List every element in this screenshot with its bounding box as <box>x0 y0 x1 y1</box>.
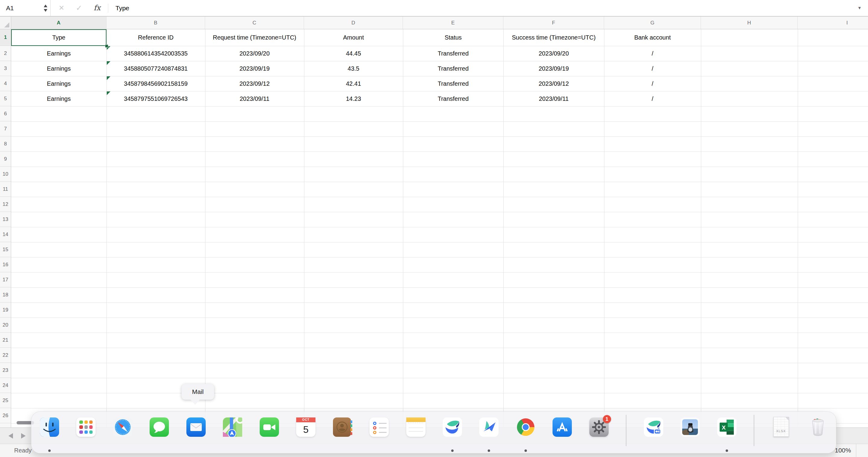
formula-input[interactable]: Type <box>116 0 129 16</box>
formula-bar-expand-icon[interactable]: ▼ <box>858 0 862 16</box>
cell-B3[interactable]: 3458805077240874831 <box>107 61 205 76</box>
cell-D2[interactable]: 44.45 <box>304 46 403 61</box>
cell-A3[interactable]: Earnings <box>11 61 106 76</box>
dock-item-facetime[interactable] <box>260 418 279 437</box>
dock-item-maps[interactable] <box>223 418 242 437</box>
row-header-15[interactable]: 15 <box>0 242 11 257</box>
cell-F1[interactable]: Success time (Timezone=UTC) <box>504 29 604 46</box>
cell-D3[interactable]: 43.5 <box>304 61 403 76</box>
cell-E3[interactable]: Transferred <box>403 61 503 76</box>
cell-D5[interactable]: 14.23 <box>304 91 403 106</box>
dock-item-contacts[interactable] <box>333 418 352 437</box>
cell-C1[interactable]: Request time (Timezone=UTC) <box>206 29 304 46</box>
row-header-2[interactable]: 2 <box>0 46 11 61</box>
cell-C3[interactable]: 2023/09/19 <box>206 61 304 76</box>
sheet-prev-icon[interactable] <box>8 433 13 438</box>
row-header-8[interactable]: 8 <box>0 137 11 151</box>
cell-F2[interactable]: 2023/09/20 <box>504 46 604 61</box>
cell-E4[interactable]: Transferred <box>403 76 503 91</box>
cell-A2[interactable]: Earnings <box>11 46 106 61</box>
cell-F5[interactable]: 2023/09/11 <box>504 91 604 106</box>
dock-item-finder[interactable] <box>40 418 59 437</box>
cell-G4[interactable]: / <box>604 76 701 91</box>
cell-B4[interactable]: 3458798456902158159 <box>107 76 205 91</box>
row-header-11[interactable]: 11 <box>0 182 11 197</box>
stepper-up-icon[interactable] <box>44 4 48 7</box>
dock-item-mail[interactable] <box>186 418 206 437</box>
cell-D1[interactable]: Amount <box>304 29 403 46</box>
cell-B1[interactable]: Reference ID <box>107 29 205 46</box>
dock-item-chrome[interactable] <box>516 418 535 437</box>
dock-item-preview[interactable] <box>680 418 700 437</box>
row-header-10[interactable]: 10 <box>0 167 11 182</box>
column-header-G[interactable]: G <box>604 17 701 29</box>
zoom-level-text[interactable]: 100% <box>835 444 851 457</box>
fill-handle[interactable] <box>105 45 108 48</box>
row-header-19[interactable]: 19 <box>0 303 11 318</box>
column-header-F[interactable]: F <box>503 17 604 29</box>
column-header-B[interactable]: B <box>106 17 205 29</box>
cell-B5[interactable]: 3458797551069726543 <box>107 91 205 106</box>
column-header-I[interactable]: I <box>798 17 868 29</box>
cell-F4[interactable]: 2023/09/12 <box>504 76 604 91</box>
row-header-21[interactable]: 21 <box>0 333 11 348</box>
sheet-next-icon[interactable] <box>21 433 26 438</box>
row-header-26[interactable]: 26 <box>0 408 11 423</box>
dock-item-safari[interactable] <box>113 418 132 437</box>
column-header-C[interactable]: C <box>205 17 304 29</box>
cell-A4[interactable]: Earnings <box>11 76 106 91</box>
cell-C5[interactable]: 2023/09/11 <box>206 91 304 106</box>
column-header-E[interactable]: E <box>403 17 503 29</box>
name-box-stepper[interactable] <box>43 4 48 12</box>
accept-icon[interactable]: ✓ <box>73 0 85 16</box>
dock-item-lark[interactable] <box>443 418 462 437</box>
cell-B2[interactable]: 3458806143542003535 <box>107 46 205 61</box>
row-header-16[interactable]: 16 <box>0 257 11 272</box>
cell-D4[interactable]: 42.41 <box>304 76 403 91</box>
dock-item-system-settings[interactable]: 1 <box>589 418 609 437</box>
row-header-1[interactable]: 1 <box>0 29 11 46</box>
dock-item-messages[interactable] <box>150 418 169 437</box>
row-header-9[interactable]: 9 <box>0 151 11 167</box>
cell-C2[interactable]: 2023/09/20 <box>206 46 304 61</box>
row-header-24[interactable]: 24 <box>0 378 11 393</box>
cell-E2[interactable]: Transferred <box>403 46 503 61</box>
cancel-icon[interactable]: ✕ <box>56 0 67 16</box>
name-box[interactable]: A1 <box>0 0 51 16</box>
dock-item-calendar[interactable]: OCT5 <box>296 418 315 437</box>
row-header-14[interactable]: 14 <box>0 227 11 242</box>
row-header-6[interactable]: 6 <box>0 106 11 121</box>
row-header-18[interactable]: 18 <box>0 287 11 303</box>
column-header-D[interactable]: D <box>304 17 403 29</box>
dock-item-xlsx-file[interactable]: XLSX <box>772 418 791 437</box>
cell-F3[interactable]: 2023/09/19 <box>504 61 604 76</box>
dock-item-lark-meetings[interactable] <box>644 418 663 437</box>
cell-G2[interactable]: / <box>604 46 701 61</box>
column-header-H[interactable]: H <box>701 17 798 29</box>
dock-item-launchpad[interactable] <box>76 418 96 437</box>
cell-E1[interactable]: Status <box>403 29 503 46</box>
cell-C4[interactable]: 2023/09/12 <box>206 76 304 91</box>
cell-G3[interactable]: / <box>604 61 701 76</box>
cell-G5[interactable]: / <box>604 91 701 106</box>
dock-item-paper-plane-app[interactable] <box>479 418 499 437</box>
insert-function-icon[interactable]: fx <box>91 0 103 16</box>
dock-item-trash[interactable] <box>808 418 828 437</box>
row-header-23[interactable]: 23 <box>0 363 11 378</box>
row-header-3[interactable]: 3 <box>0 61 11 76</box>
row-header-13[interactable]: 13 <box>0 212 11 227</box>
dock-item-notes[interactable] <box>406 418 426 437</box>
dock-item-reminders[interactable] <box>369 418 389 437</box>
sheet-grid[interactable]: TypeReference IDRequest time (Timezone=U… <box>11 29 868 427</box>
column-header-A[interactable]: A <box>11 17 106 29</box>
cell-E5[interactable]: Transferred <box>403 91 503 106</box>
row-header-12[interactable]: 12 <box>0 197 11 212</box>
cell-A5[interactable]: Earnings <box>11 91 106 106</box>
stepper-down-icon[interactable] <box>44 9 48 12</box>
dock-item-app-store[interactable] <box>553 418 572 437</box>
row-header-20[interactable]: 20 <box>0 318 11 333</box>
row-header-7[interactable]: 7 <box>0 121 11 137</box>
row-header-17[interactable]: 17 <box>0 272 11 287</box>
row-header-25[interactable]: 25 <box>0 393 11 408</box>
row-header-5[interactable]: 5 <box>0 91 11 106</box>
